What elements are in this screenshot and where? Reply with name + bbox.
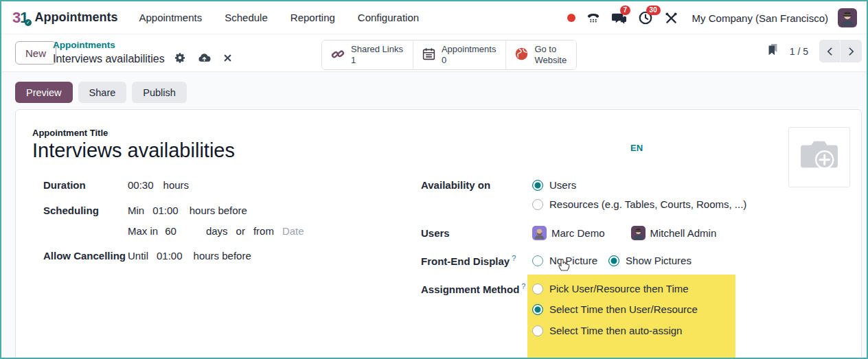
app-title[interactable]: Appointments [35, 10, 118, 25]
new-button[interactable]: New [15, 41, 56, 65]
select-time-then-user-row: Select Time then User/Resource [532, 303, 698, 315]
publish-button[interactable]: Publish [132, 82, 187, 103]
systray: 7 30 My Company (San Francisco) [567, 1, 857, 34]
discuss-chat-icon[interactable]: 7 [611, 10, 628, 26]
user-tag-mitchell-admin[interactable]: Mitchell Admin [631, 226, 717, 240]
mitchell-admin-name: Mitchell Admin [650, 227, 717, 239]
website-label: Website [534, 55, 567, 66]
scheduling-label: Scheduling [43, 205, 128, 216]
form-sheet: Appointment Title Interviews availabilit… [15, 109, 862, 359]
menu-reporting[interactable]: Reporting [290, 12, 335, 23]
app-window: 31 ✓ Appointments Appointments Schedule … [0, 0, 868, 359]
pager-next-button[interactable] [841, 40, 862, 62]
go-to-label: Go to [534, 44, 556, 55]
mitchell-admin-avatar [631, 226, 646, 240]
globe-icon [514, 47, 529, 63]
menu-configuration[interactable]: Configuration [358, 12, 419, 23]
assignment-method-help-icon[interactable]: ? [521, 282, 525, 290]
appointments-count-value: 0 [442, 55, 446, 66]
availability-field: Availability on Users [421, 179, 576, 191]
scheduling-min-input[interactable]: 01:00 [152, 205, 179, 216]
availability-users-radio[interactable]: Users [532, 179, 576, 191]
pager-zone: 1 / 5 [767, 40, 862, 62]
menu-schedule[interactable]: Schedule [225, 12, 268, 23]
shared-links-value: 1 [351, 55, 356, 66]
availability-resources-row: Resources (e.g. Tables, Courts, Rooms, .… [532, 198, 746, 210]
breadcrumb-current: Interviews availabilities [53, 53, 165, 65]
scheduling-min-suffix: hours before [190, 205, 247, 216]
marc-demo-avatar [532, 226, 547, 240]
users-field: Users Marc Demo Mitchell Admin [421, 226, 716, 240]
mouse-cursor-hand-icon [557, 257, 570, 275]
select-time-then-user-label: Select Time then User/Resource [549, 303, 698, 315]
scheduling-min-prefix: Min [128, 205, 144, 216]
activity-badge: 30 [646, 5, 661, 15]
stat-buttons: Shared Links 1 Appointments 0 Go to [321, 40, 577, 70]
scheduling-date-input[interactable]: Date [282, 225, 304, 237]
phone-icon[interactable] [585, 10, 602, 26]
image-upload-placeholder[interactable] [788, 127, 850, 187]
radio-unselected-icon [532, 199, 543, 210]
assignment-method-text: Assignment Method [421, 283, 519, 295]
scheduling-max-input[interactable]: 60 [165, 225, 176, 237]
app-logo[interactable]: 31 ✓ Appointments [12, 9, 118, 27]
duration-label: Duration [43, 179, 128, 191]
language-toggle[interactable]: EN [630, 143, 643, 153]
breadcrumb-parent-link[interactable]: Appointments [53, 40, 115, 50]
pick-user-then-time-radio[interactable]: Pick User/Resource then Time [532, 283, 689, 294]
pick-user-then-time-label: Pick User/Resource then Time [549, 283, 689, 294]
main-menus: Appointments Schedule Reporting Configur… [139, 12, 420, 23]
tools-debug-icon[interactable] [663, 10, 680, 26]
availability-resources-radio[interactable]: Resources (e.g. Tables, Courts, Rooms, .… [532, 198, 746, 210]
availability-label: Availability on [421, 179, 532, 191]
allow-cancelling-label: Allow Cancelling [43, 250, 128, 262]
calendar-icon [422, 47, 436, 63]
settings-gear-icon[interactable] [174, 52, 185, 66]
pager-previous-button[interactable] [819, 40, 841, 62]
activities-clock-icon[interactable]: 30 [637, 10, 654, 26]
assignment-method-label: Assignment Method? [421, 282, 532, 295]
show-pictures-radio[interactable]: Show Pictures [608, 255, 692, 266]
go-to-website-button[interactable]: Go to Website [506, 40, 576, 69]
appointments-stat-button[interactable]: Appointments 0 [413, 40, 507, 69]
radio-selected-icon [532, 180, 543, 191]
appointment-title-input[interactable]: Interviews availabilities [32, 139, 235, 162]
chat-badge: 7 [620, 5, 631, 15]
shared-links-label: Shared Links [351, 44, 403, 55]
cancelling-input[interactable]: 01:00 [157, 250, 183, 262]
front-end-display-help-icon[interactable]: ? [512, 254, 516, 262]
scheduling-max-unit: days [206, 225, 228, 237]
show-pictures-label: Show Pictures [626, 255, 692, 266]
cancelling-suffix: hours before [194, 250, 251, 262]
scheduling-max-field: Max in 60 days or from Date [43, 225, 304, 237]
logo-check-icon: ✓ [25, 19, 32, 26]
user-avatar[interactable] [838, 8, 857, 27]
company-switcher[interactable]: My Company (San Francisco) [692, 12, 828, 24]
scheduling-from-text: from [253, 225, 274, 237]
bookmark-icon[interactable] [767, 43, 779, 59]
radio-unselected-icon [532, 325, 543, 336]
allow-cancelling-field: Allow Cancelling Until 01:00 hours befor… [43, 250, 251, 262]
discard-x-icon[interactable] [223, 53, 232, 65]
status-button-row: Preview Share Publish [15, 82, 187, 103]
user-tag-marc-demo[interactable]: Marc Demo [532, 226, 605, 240]
menu-appointments[interactable]: Appointments [139, 12, 203, 23]
scheduling-or-text: or [236, 225, 245, 237]
control-panel: New Appointments Interviews availabiliti… [1, 34, 867, 72]
recording-indicator-icon [567, 14, 575, 22]
preview-button[interactable]: Preview [15, 82, 73, 103]
appointment-title-label: Appointment Title [32, 128, 108, 138]
front-end-display-text: Front-End Display [421, 255, 510, 267]
marc-demo-name: Marc Demo [551, 227, 605, 239]
duration-input[interactable]: 00:30 [128, 179, 154, 191]
select-time-then-user-radio[interactable]: Select Time then User/Resource [532, 303, 698, 315]
radio-hovered-icon [532, 255, 543, 266]
front-end-display-field: Front-End Display? No Picture Show Pictu… [421, 254, 692, 267]
link-chain-icon [330, 47, 345, 64]
share-button[interactable]: Share [78, 82, 127, 103]
select-time-auto-assign-radio[interactable]: Select Time then auto-assign [532, 325, 682, 336]
save-cloud-upload-icon[interactable] [198, 52, 211, 66]
scheduling-min-field: Scheduling Min 01:00 hours before [43, 205, 247, 216]
appointments-count-label: Appointments [442, 44, 496, 55]
shared-links-stat-button[interactable]: Shared Links 1 [322, 40, 413, 69]
